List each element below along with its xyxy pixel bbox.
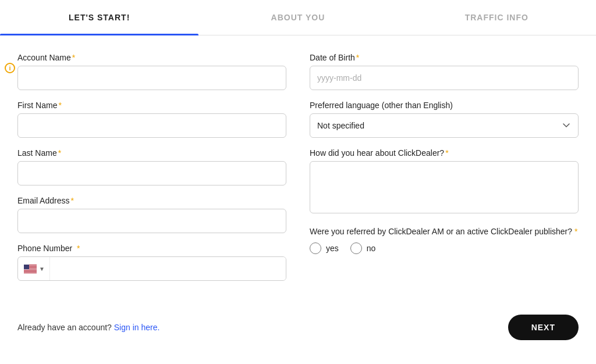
required-star: *: [58, 148, 61, 158]
last-name-label: Last Name*: [17, 148, 286, 158]
dob-label: Date of Birth*: [310, 53, 579, 62]
required-star: *: [58, 101, 61, 110]
form-area: Account Name* First Name* Last Name*: [0, 35, 596, 303]
first-name-input[interactable]: [17, 113, 286, 138]
last-name-input[interactable]: [17, 161, 286, 185]
required-star: *: [72, 53, 75, 62]
tab-lets-start[interactable]: LET'S START!: [0, 0, 198, 35]
referred-group: Were you referred by ClickDealer AM or a…: [310, 226, 579, 254]
info-icon-wrapper: i: [5, 63, 15, 73]
heard-label: How did you hear about ClickDealer?*: [310, 148, 579, 158]
svg-rect-8: [24, 270, 37, 270]
email-group: Email Address*: [17, 196, 286, 233]
radio-yes-input[interactable]: [310, 242, 321, 254]
signin-text: Already have an account? Sign in here.: [17, 323, 159, 332]
radio-no-input[interactable]: [350, 242, 362, 254]
heard-textarea[interactable]: [310, 161, 579, 213]
tabs-nav: LET'S START! ABOUT YOU TRAFFIC INFO: [0, 0, 596, 35]
info-icon: i: [5, 63, 15, 73]
svg-rect-13: [24, 265, 29, 269]
svg-rect-9: [24, 270, 37, 271]
radio-no-label[interactable]: no: [350, 242, 376, 254]
account-name-group: Account Name*: [17, 53, 286, 90]
form-left: Account Name* First Name* Last Name*: [17, 53, 286, 291]
lang-select[interactable]: Not specified Spanish French German Port…: [310, 113, 579, 138]
heard-group: How did you hear about ClickDealer?*: [310, 148, 579, 216]
svg-rect-12: [24, 272, 37, 273]
account-name-input[interactable]: [17, 66, 286, 90]
email-input[interactable]: [17, 209, 286, 233]
referred-label: Were you referred by ClickDealer AM or a…: [310, 226, 579, 238]
last-name-group: Last Name*: [17, 148, 286, 185]
phone-label: Phone Number *: [17, 244, 286, 253]
svg-rect-7: [24, 269, 37, 270]
referred-radio-group: yes no: [310, 242, 579, 254]
first-name-group: First Name*: [17, 101, 286, 138]
phone-wrapper: ▼: [17, 256, 286, 281]
required-star: *: [574, 227, 577, 236]
account-name-label: Account Name*: [17, 53, 286, 62]
phone-flag-selector[interactable]: ▼: [18, 257, 50, 280]
radio-no-text: no: [367, 244, 376, 253]
required-star: *: [445, 148, 448, 158]
signin-link[interactable]: Sign in here.: [114, 323, 160, 332]
form-grid: Account Name* First Name* Last Name*: [17, 53, 579, 291]
radio-yes-text: yes: [326, 244, 339, 253]
required-star: *: [356, 53, 359, 62]
next-button[interactable]: NEXT: [508, 315, 579, 340]
form-right: Date of Birth* Preferred language (other…: [310, 53, 579, 291]
lang-label: Preferred language (other than English): [310, 101, 579, 110]
svg-rect-10: [24, 271, 37, 272]
lang-group: Preferred language (other than English) …: [310, 101, 579, 138]
phone-group: Phone Number *: [17, 244, 286, 281]
us-flag-icon: [24, 265, 37, 273]
svg-rect-11: [24, 272, 37, 272]
form-footer: Already have an account? Sign in here. N…: [0, 303, 596, 355]
first-name-label: First Name*: [17, 101, 286, 110]
email-label: Email Address*: [17, 196, 286, 205]
dob-group: Date of Birth*: [310, 53, 579, 90]
phone-input[interactable]: [50, 257, 286, 280]
tab-about-you[interactable]: ABOUT YOU: [198, 0, 397, 35]
required-star: *: [77, 244, 80, 253]
radio-yes-label[interactable]: yes: [310, 242, 339, 254]
tab-traffic-info[interactable]: TRAFFIC INFO: [398, 0, 596, 35]
dob-input[interactable]: [310, 66, 579, 90]
required-star: *: [70, 196, 73, 205]
phone-caret-icon: ▼: [39, 266, 45, 272]
